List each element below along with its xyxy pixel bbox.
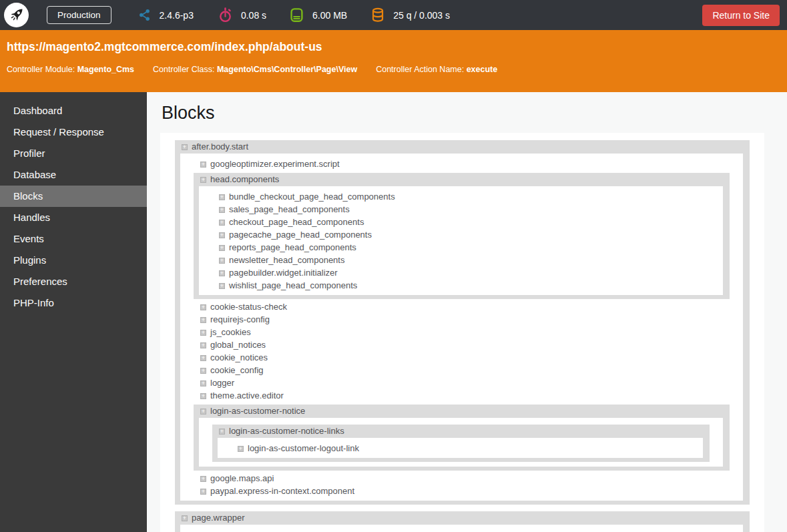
database-queries-metric: 25 q / 0.003 s — [371, 7, 450, 23]
blocks-tree: +after.body.start+googleoptimizer.experi… — [175, 140, 750, 532]
block-label: page.wrapper — [192, 513, 245, 523]
expand-icon[interactable]: + — [200, 393, 206, 399]
block-header[interactable]: +page.wrapper — [175, 511, 750, 525]
return-to-site-button[interactable]: Return to Site — [702, 5, 780, 26]
block-leaf[interactable]: +cookie_notices — [180, 352, 743, 364]
expand-icon[interactable]: + — [200, 368, 206, 374]
block-leaf[interactable]: +requirejs-config — [180, 314, 743, 326]
block-label: login-as-customer-notice — [210, 407, 305, 416]
expand-icon[interactable]: + — [219, 220, 225, 226]
request-url: https://magento2.mgtcommerce.com/index.p… — [7, 39, 780, 54]
expand-icon[interactable]: + — [200, 162, 206, 168]
block-label: reports_page_head_components — [229, 243, 356, 252]
sidebar-item-plugins[interactable]: Plugins — [0, 250, 147, 271]
expand-icon[interactable]: + — [219, 194, 225, 200]
rocket-icon — [6, 5, 27, 26]
block-after.body.start: +after.body.start+googleoptimizer.experi… — [175, 140, 750, 505]
main-content: Blocks +after.body.start+googleoptimizer… — [147, 92, 787, 532]
sidebar-item-database[interactable]: Database — [0, 164, 147, 186]
block-leaf[interactable]: +cookie-status-check — [180, 301, 743, 314]
expand-icon[interactable]: + — [219, 429, 225, 435]
expand-icon[interactable]: + — [219, 283, 225, 289]
block-leaf[interactable]: +checkout_page_head_components — [199, 216, 723, 229]
memory-usage-metric: 6.00 MB — [290, 7, 347, 23]
block-page.wrapper: +page.wrapper — [175, 511, 750, 532]
expand-icon[interactable]: + — [200, 489, 206, 495]
block-leaf[interactable]: +reports_page_head_components — [199, 242, 723, 254]
expand-icon[interactable]: + — [238, 446, 244, 452]
block-label: pagecache_page_head_components — [229, 230, 372, 240]
toolbar: Production 2.4.6-p3 0.08 s — [0, 0, 787, 30]
expand-icon[interactable]: + — [219, 270, 225, 276]
block-label: bundle_checkout_page_head_components — [229, 192, 395, 202]
expand-icon[interactable]: + — [200, 380, 206, 386]
block-leaf[interactable]: +login-as-customer-logout-link — [218, 443, 703, 455]
block-leaf[interactable]: +google.maps.api — [180, 473, 743, 485]
expand-icon[interactable]: + — [200, 330, 206, 336]
expand-icon[interactable]: + — [200, 317, 206, 323]
share-icon — [138, 9, 151, 21]
sidebar-item-blocks[interactable]: Blocks — [0, 186, 147, 207]
block-leaf[interactable]: +sales_page_head_components — [199, 204, 723, 216]
rocket-logo[interactable] — [4, 3, 29, 27]
sidebar-item-request-response[interactable]: Request / Response — [0, 121, 147, 143]
sidebar-item-handles[interactable]: Handles — [0, 207, 147, 228]
block-login-as-customer-notice-links: +login-as-customer-notice-links+login-as… — [212, 425, 710, 462]
block-label: login-as-customer-logout-link — [248, 444, 359, 453]
expand-icon[interactable]: + — [200, 409, 206, 415]
block-header[interactable]: +after.body.start — [175, 140, 750, 154]
block-header[interactable]: +head.components — [194, 173, 730, 186]
expand-icon[interactable]: + — [200, 177, 206, 183]
expand-icon[interactable]: + — [200, 304, 206, 310]
expand-icon[interactable]: + — [219, 207, 225, 213]
block-leaf[interactable]: +pagebuilder.widget.initializer — [199, 267, 723, 280]
block-label: cookie_notices — [210, 353, 268, 362]
block-leaf[interactable]: +paypal.express-in-context.component — [180, 485, 743, 498]
block-leaf[interactable]: +logger — [180, 377, 743, 390]
load-time-metric: 0.08 s — [218, 7, 266, 23]
block-children — [180, 525, 743, 532]
block-leaf[interactable]: +cookie_config — [180, 364, 743, 377]
block-label: checkout_page_head_components — [229, 218, 364, 227]
block-header[interactable]: +login-as-customer-notice-links — [212, 425, 710, 438]
block-leaf[interactable]: +newsletter_head_components — [199, 254, 723, 267]
expand-icon[interactable]: + — [200, 355, 206, 361]
block-header[interactable]: +login-as-customer-notice — [194, 405, 730, 418]
magento-version-value: 2.4.6-p3 — [160, 10, 194, 21]
controller-info: Controller Module: Magento_Cms Controlle… — [7, 64, 780, 75]
memory-usage-value: 6.00 MB — [312, 10, 347, 21]
expand-icon[interactable]: + — [219, 245, 225, 251]
block-leaf[interactable]: +global_notices — [180, 339, 743, 352]
expand-icon[interactable]: + — [182, 515, 188, 521]
block-leaf[interactable]: +theme.active.editor — [180, 390, 743, 403]
block-leaf[interactable]: +wishlist_page_head_components — [199, 280, 723, 292]
block-children: +login-as-customer-logout-link — [218, 438, 703, 458]
sidebar-item-dashboard[interactable]: Dashboard — [0, 100, 147, 121]
expand-icon[interactable]: + — [200, 476, 206, 482]
block-login-as-customer-notice: +login-as-customer-notice+login-as-custo… — [194, 405, 730, 471]
controller-module: Controller Module: Magento_Cms — [7, 64, 134, 75]
block-leaf[interactable]: +pagecache_page_head_components — [199, 229, 723, 242]
sidebar-item-events[interactable]: Events — [0, 228, 147, 250]
memory-icon — [290, 7, 304, 23]
block-leaf[interactable]: +googleoptimizer.experiment.script — [180, 158, 743, 171]
block-label: js_cookies — [210, 328, 251, 337]
page-title: Blocks — [162, 103, 787, 123]
block-label: global_notices — [210, 340, 266, 350]
sidebar-item-preferences[interactable]: Preferences — [0, 271, 147, 292]
block-leaf[interactable]: +js_cookies — [180, 326, 743, 339]
block-leaf[interactable]: +bundle_checkout_page_head_components — [199, 191, 723, 204]
block-label: theme.active.editor — [210, 391, 284, 401]
expand-icon[interactable]: + — [200, 342, 206, 348]
expand-icon[interactable]: + — [219, 232, 225, 238]
production-mode-button[interactable]: Production — [47, 6, 111, 24]
expand-icon[interactable]: + — [182, 144, 188, 150]
block-label: login-as-customer-notice-links — [229, 427, 344, 436]
block-children: +bundle_checkout_page_head_components+sa… — [199, 186, 723, 295]
block-label: google.maps.api — [210, 474, 274, 483]
sidebar-item-profiler[interactable]: Profiler — [0, 143, 147, 164]
expand-icon[interactable]: + — [219, 258, 225, 264]
sidebar-item-php-info[interactable]: PHP-Info — [0, 292, 147, 314]
block-label: paypal.express-in-context.component — [210, 487, 354, 496]
blocks-panel: +after.body.start+googleoptimizer.experi… — [160, 133, 764, 532]
